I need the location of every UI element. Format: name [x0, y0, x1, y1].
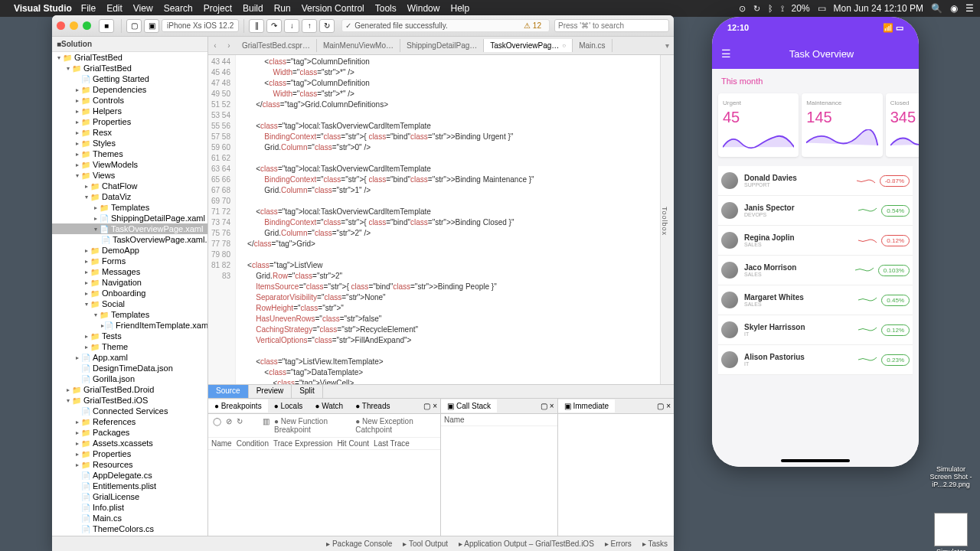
tree-item[interactable]: ▸📁Assets.xcassets	[52, 438, 207, 448]
callstack-tab[interactable]: ▣ Call Stack	[441, 399, 497, 412]
sim-person-row[interactable]: Margaret Whites SALES 0.45%	[718, 285, 913, 315]
solution-header[interactable]: ■ Solution	[52, 37, 207, 52]
minimize-button[interactable]	[70, 21, 78, 30]
sync-icon[interactable]: ↻	[753, 4, 760, 14]
wifi-icon[interactable]: ⊙	[739, 4, 746, 14]
sim-stat-card[interactable]: Maintenance 145	[802, 93, 882, 157]
desktop-file[interactable]: Simulator Screen Shot - iP...2.29.png	[928, 465, 974, 488]
tree-item[interactable]: ▾📁Social	[52, 298, 207, 309]
tree-item[interactable]: ▸📁Controls	[52, 95, 207, 106]
menu-search[interactable]: Search	[164, 3, 193, 14]
panel-opts[interactable]: ▢ ×	[654, 402, 674, 410]
app-name[interactable]: Visual Studio	[14, 3, 72, 14]
code-editor[interactable]: 43 44 45 46 47 48 49 50 51 52 53 54 55 5…	[208, 55, 674, 384]
tree-item[interactable]: ▾📁GrialTestBed	[52, 63, 207, 73]
tree-item[interactable]: 📄Gorilla.json	[52, 373, 207, 384]
tree-item[interactable]: ▸📁Onboarding	[52, 288, 207, 298]
menu-build[interactable]: Build	[243, 3, 263, 14]
immediate-tab[interactable]: ▣ Immediate	[558, 399, 616, 412]
close-button[interactable]	[57, 21, 65, 30]
tree-item[interactable]: ▸📁Properties	[52, 448, 207, 459]
source-mode-tab[interactable]: Split	[292, 385, 322, 398]
menu-file[interactable]: File	[81, 3, 96, 14]
sim-stat-card[interactable]: Closed 345	[886, 93, 919, 157]
nav-back[interactable]: ‹	[208, 41, 222, 50]
menu-view[interactable]: View	[133, 3, 153, 14]
tree-item[interactable]: 📄DesignTimeData.json	[52, 363, 207, 373]
bp-remove-icon[interactable]: ⊘	[226, 417, 232, 434]
sim-person-row[interactable]: Donald Davies SUPPORT -0.87%	[718, 166, 913, 196]
nav-fwd[interactable]: ›	[222, 41, 236, 50]
tree-item[interactable]: ▾📄TaskOverviewPage.xaml	[52, 223, 207, 234]
tree-item[interactable]: 📄ThemeColors.cs	[52, 523, 207, 534]
menu-tools[interactable]: Tools	[375, 3, 397, 14]
menu-help[interactable]: Help	[450, 3, 469, 14]
notif-icon[interactable]: ☰	[965, 3, 974, 14]
tree-item[interactable]: ▾📁GrialTestBed	[52, 52, 207, 63]
search-icon[interactable]: 🔍	[931, 3, 942, 14]
tab-overflow[interactable]: ▾	[660, 41, 674, 50]
bp-columns-icon[interactable]: ▥	[263, 417, 270, 434]
menu-project[interactable]: Project	[204, 3, 232, 14]
editor-tab[interactable]: Main.cs	[573, 39, 612, 52]
debug-tab-threads[interactable]: ● Threads	[349, 399, 396, 412]
sim-person-row[interactable]: Regina Joplin SALES 0.12%	[718, 226, 913, 256]
tree-item[interactable]: ▸📁ChatFlow	[52, 181, 207, 191]
sim-person-row[interactable]: Skyler Harrisson IT 0.12%	[718, 315, 913, 345]
bluetooth-icon[interactable]: ᛒ	[768, 4, 773, 13]
tree-item[interactable]: ▸📁Helpers	[52, 106, 207, 116]
new-exc-bp[interactable]: ● New Exception Catchpoint	[355, 417, 436, 434]
battery-icon[interactable]: ▭	[818, 3, 826, 14]
source-mode-tab[interactable]: Preview	[249, 385, 292, 398]
config-button[interactable]: ▣	[144, 19, 159, 33]
tree-item[interactable]: ▾📁DataViz	[52, 191, 207, 202]
tree-item[interactable]: 📄Connected Services	[52, 406, 207, 416]
user-icon[interactable]: ◉	[950, 3, 958, 14]
pause-button[interactable]: ‖	[249, 19, 264, 33]
home-indicator[interactable]	[781, 459, 850, 462]
hamburger-icon[interactable]: ☰	[721, 47, 733, 60]
desktop-file[interactable]: Simulator Screen Shot - iP...3.23.png	[928, 513, 974, 551]
run-target[interactable]: iPhone Xs iOS 12.2	[162, 19, 239, 32]
editor-tab[interactable]: GrialTestBed.cspr…	[236, 39, 317, 52]
debug-tab-watch[interactable]: ● Watch	[309, 399, 349, 412]
menu-window[interactable]: Window	[407, 3, 440, 14]
statusbar-item[interactable]: ▸ Tasks	[642, 540, 668, 548]
menu-run[interactable]: Run	[274, 3, 291, 14]
statusbar-item[interactable]: ▸ Tool Output	[403, 540, 448, 548]
tree-item[interactable]: ▸📁Navigation	[52, 277, 207, 288]
statusbar-item[interactable]: ▸ Application Output – GrialTestBed.iOS	[459, 540, 594, 548]
menu-version-control[interactable]: Version Control	[302, 3, 364, 14]
tree-item[interactable]: ▸📁Resx	[52, 127, 207, 138]
tree-item[interactable]: ▸📁Forms	[52, 256, 207, 266]
tree-item[interactable]: 📄AppDelegate.cs	[52, 470, 207, 481]
statusbar-item[interactable]: ▸ Package Console	[326, 540, 392, 548]
tree-item[interactable]: ▸📁Tests	[52, 331, 207, 341]
restart-button[interactable]: ↻	[319, 19, 335, 33]
debug-tab-breakpoints[interactable]: ● Breakpoints	[208, 399, 268, 412]
tree-item[interactable]: ▸📁DemoApp	[52, 245, 207, 256]
tree-item[interactable]: ▸📁Properties	[52, 116, 207, 127]
tree-item[interactable]: ▾📁GrialTestBed.iOS	[52, 395, 207, 406]
statusbar-item[interactable]: ▸ Errors	[605, 540, 632, 548]
search-input[interactable]	[554, 19, 669, 32]
tree-item[interactable]: 📄Getting Started	[52, 73, 207, 84]
sim-stat-card[interactable]: Urgent 45	[718, 93, 799, 157]
wifi-icon[interactable]: ⟟	[781, 4, 784, 14]
sim-person-row[interactable]: Jaco Morrison SALES 0.103%	[718, 256, 913, 285]
tree-item[interactable]: ▸📄FriendItemTemplate.xaml	[52, 320, 207, 331]
tree-item[interactable]: ▸📁Resources	[52, 459, 207, 470]
step-out-button[interactable]: ↑	[302, 19, 317, 33]
tree-item[interactable]: ▸📁Dependencies	[52, 84, 207, 95]
menu-edit[interactable]: Edit	[106, 3, 122, 14]
tree-item[interactable]: ▸📄ShippingDetailPage.xaml	[52, 213, 207, 223]
tree-item[interactable]: ▸📁References	[52, 416, 207, 427]
tree-item[interactable]: ▸📁Messages	[52, 266, 207, 277]
tree-item[interactable]: ▾📁Views	[52, 170, 207, 181]
clock[interactable]: Mon Jun 24 12:10 PM	[834, 3, 923, 14]
tree-item[interactable]: 📄Entitlements.plist	[52, 481, 207, 491]
new-func-bp[interactable]: ● New Function Breakpoint	[274, 417, 351, 434]
config-button[interactable]: ▢	[126, 19, 142, 33]
tree-item[interactable]: ▸📁Styles	[52, 138, 207, 148]
tree-item[interactable]: ▸📁Themes	[52, 148, 207, 159]
